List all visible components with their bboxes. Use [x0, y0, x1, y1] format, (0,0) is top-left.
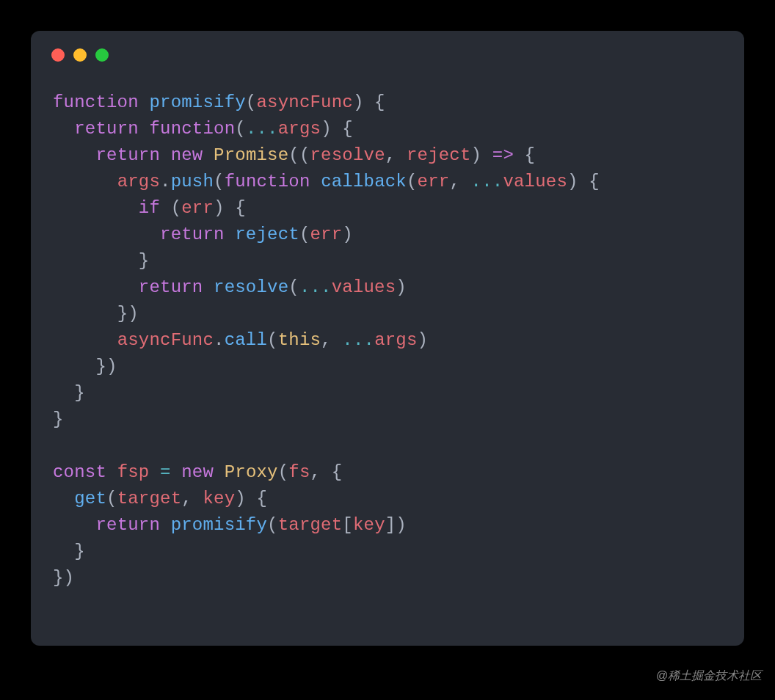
code-line: if (err) { [53, 198, 246, 218]
code-line: } [53, 383, 85, 403]
code-line: const fsp = new Proxy(fs, { [53, 462, 342, 482]
maximize-icon[interactable] [95, 48, 109, 62]
code-line: return resolve(...values) [53, 277, 407, 297]
minimize-icon[interactable] [73, 48, 87, 62]
code-block: function promisify(asyncFunc) { return f… [31, 62, 744, 613]
code-line: asyncFunc.call(this, ...args) [53, 330, 428, 350]
code-window: function promisify(asyncFunc) { return f… [31, 31, 744, 646]
code-line: get(target, key) { [53, 489, 267, 508]
code-line: }) [53, 357, 117, 376]
code-line: return promisify(target[key]) [53, 515, 407, 535]
code-line: } [53, 251, 149, 271]
code-line: } [53, 409, 64, 429]
code-line: args.push(function callback(err, ...valu… [53, 172, 600, 192]
window-titlebar [31, 31, 744, 62]
close-icon[interactable] [51, 48, 65, 62]
code-line: }) [53, 568, 74, 588]
code-line: function promisify(asyncFunc) { [53, 92, 385, 112]
watermark: @稀土掘金技术社区 [656, 668, 762, 684]
code-line: return reject(err) [53, 225, 353, 244]
code-line: return function(...args) { [53, 119, 353, 139]
code-line: }) [53, 304, 139, 324]
code-line: } [53, 542, 85, 561]
code-line: return new Promise((resolve, reject) => … [53, 145, 535, 165]
